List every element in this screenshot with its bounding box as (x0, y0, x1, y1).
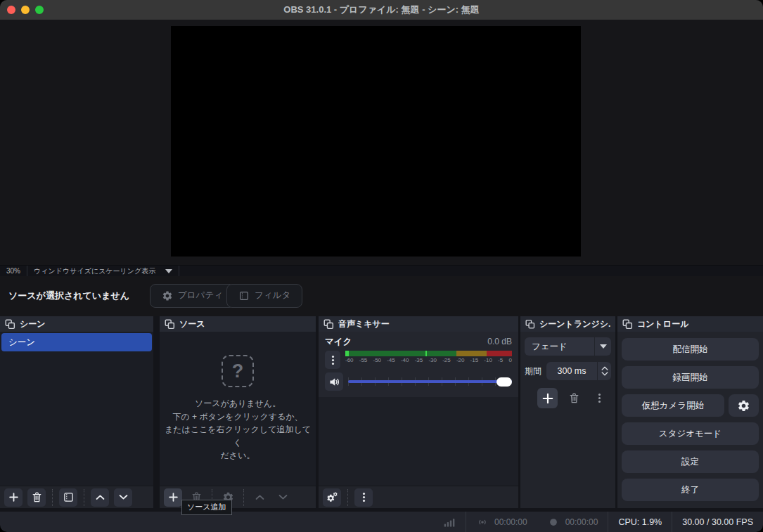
stream-time: 00:00:00 (494, 517, 527, 527)
channel-name: マイク (325, 336, 352, 348)
question-mark-icon: ? (222, 355, 254, 387)
cpu-usage-text: CPU: 1.9% (618, 517, 662, 527)
signal-bars-icon (443, 516, 456, 528)
add-scene-button[interactable] (4, 488, 23, 507)
scene-list: シーン (0, 332, 153, 486)
scene-list-item-selected[interactable]: シーン (1, 333, 152, 351)
empty-line: 下の + ボタンをクリックするか、 (164, 410, 312, 424)
move-scene-up-button[interactable] (91, 488, 109, 507)
dock-icon (323, 319, 334, 330)
plus-icon (8, 491, 20, 503)
mixer-panel-header[interactable]: 音声ミキサー (319, 316, 518, 332)
spin-up-icon (601, 366, 608, 370)
close-window-button[interactable] (7, 6, 15, 14)
slider-handle[interactable] (496, 377, 512, 387)
studio-mode-label: スタジオモード (659, 428, 722, 440)
scenes-panel-header[interactable]: シーン (0, 316, 153, 332)
sources-panel-header[interactable]: ソース (160, 316, 316, 332)
gear-icon (162, 290, 173, 301)
chevron-down-icon (600, 344, 607, 349)
controls-panel-title: コントロール (637, 318, 688, 330)
chevron-up-icon (254, 491, 266, 503)
duration-spin-buttons[interactable] (597, 362, 611, 380)
studio-mode-button[interactable]: スタジオモード (622, 422, 759, 445)
transition-selected-value: フェード (525, 341, 594, 353)
add-transition-button[interactable] (537, 388, 558, 408)
connection-quality (433, 512, 466, 532)
move-source-down-button[interactable] (274, 488, 292, 507)
question-glyph: ? (232, 361, 244, 382)
chevron-up-icon (94, 491, 106, 503)
kebab-menu-icon (327, 354, 339, 366)
zoom-window-button[interactable] (35, 6, 44, 14)
minimize-window-button[interactable] (21, 6, 30, 14)
filter-icon (238, 290, 250, 301)
duration-spinbox[interactable]: 300 ms (546, 362, 611, 380)
exit-button[interactable]: 終了 (622, 479, 759, 501)
preview-canvas[interactable] (171, 26, 581, 257)
scene-transitions-panel: シーントランジシ... フェード 期間 300 ms (520, 316, 615, 508)
title-bar: OBS 31.0.1 - プロファイル: 無題 - シーン: 無題 (0, 0, 763, 20)
sources-panel: ソース ? ソースがありません。 下の + ボタンをクリックするか、 またはここ… (160, 316, 316, 508)
toolbar-separator (347, 489, 348, 506)
controls-panel-header[interactable]: コントロール (617, 316, 763, 332)
filters-button-label: フィルタ (255, 290, 290, 301)
window-controls (7, 6, 44, 14)
dock-icon (622, 319, 633, 330)
sources-panel-title: ソース (179, 318, 205, 330)
add-source-button[interactable] (164, 488, 182, 507)
start-virtual-camera-button[interactable]: 仮想カメラ開始 (622, 394, 724, 417)
advanced-audio-button[interactable] (323, 488, 341, 507)
chevron-down-icon (277, 491, 289, 503)
toolbar-separator (52, 489, 53, 506)
record-icon (547, 516, 560, 528)
sources-empty-state[interactable]: ? ソースがありません。 下の + ボタンをクリックするか、 またはここを右クリ… (160, 332, 316, 486)
dock-area: シーン シーン ソース (0, 316, 763, 508)
volume-slider[interactable] (348, 376, 512, 387)
remove-scene-button[interactable] (27, 488, 46, 507)
gear-icon (737, 399, 750, 413)
scene-filters-button[interactable] (59, 488, 77, 507)
mixer-toolbar (319, 486, 518, 508)
trash-icon (568, 392, 580, 404)
meter-scale: -60-55-50-45-40-35-30-25-20-15-10-50 (345, 357, 512, 363)
start-streaming-label: 配信開始 (673, 344, 708, 356)
status-bar: 00:00:00 00:00:00 CPU: 1.9% 30.00 / 30.0… (0, 512, 763, 532)
window-title: OBS 31.0.1 - プロファイル: 無題 - シーン: 無題 (283, 4, 479, 16)
scene-name: シーン (8, 337, 35, 349)
remove-transition-button[interactable] (565, 389, 583, 408)
dock-icon (525, 319, 535, 330)
move-source-up-button[interactable] (250, 488, 269, 507)
selection-status-text: ソースが選択されていません (8, 290, 129, 302)
plus-icon (167, 491, 179, 503)
transitions-panel-header[interactable]: シーントランジシ... (520, 316, 615, 332)
preview-area: 30% ウィンドウサイズにスケーリング表示 ソースが選択されていません プロパテ… (0, 20, 763, 316)
transition-select[interactable]: フェード (525, 337, 611, 356)
zoom-level[interactable]: 30% (0, 266, 27, 276)
start-recording-label: 録画開始 (673, 372, 708, 384)
transition-buttons (525, 388, 611, 408)
volume-meter-bar (345, 351, 512, 356)
kebab-menu-icon (358, 491, 370, 503)
filters-button[interactable]: フィルタ (226, 284, 302, 308)
fps-indicator: 30.00 / 30.00 FPS (672, 512, 763, 532)
exit-label: 終了 (681, 484, 699, 496)
start-streaming-button[interactable]: 配信開始 (622, 338, 759, 361)
mixer-menu-button[interactable] (354, 488, 373, 507)
transitions-body: フェード 期間 300 ms (520, 332, 615, 508)
mixer-panel-title: 音声ミキサー (338, 318, 390, 330)
settings-button[interactable]: 設定 (622, 450, 759, 473)
dock-icon (165, 319, 175, 330)
move-scene-down-button[interactable] (114, 488, 132, 507)
mute-button[interactable] (325, 372, 343, 391)
start-recording-button[interactable]: 録画開始 (622, 366, 759, 389)
kebab-menu-icon (594, 392, 605, 404)
transition-menu-button[interactable] (590, 389, 608, 408)
start-virtual-camera-label: 仮想カメラ開始 (642, 400, 704, 412)
properties-button[interactable]: プロパティ (150, 284, 235, 308)
virtual-camera-settings-button[interactable] (729, 394, 759, 417)
spin-down-icon (601, 372, 608, 376)
scale-mode-dropdown[interactable]: ウィンドウサイズにスケーリング表示 (27, 266, 179, 276)
channel-menu-button[interactable] (325, 351, 340, 369)
add-source-tooltip: ソース追加 (181, 500, 232, 515)
